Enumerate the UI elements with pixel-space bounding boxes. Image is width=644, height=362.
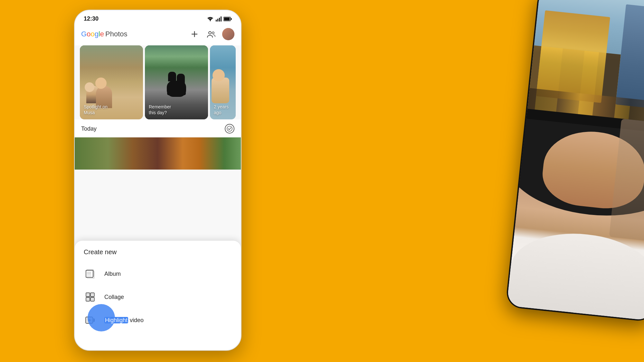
today-label: Today	[81, 125, 97, 132]
phone-left: 12:30	[74, 10, 242, 351]
svg-point-10	[209, 32, 211, 34]
bottom-sheet: Create new Album	[75, 241, 241, 350]
wifi-icon	[207, 16, 214, 22]
album-menu-item[interactable]: Album	[84, 262, 232, 285]
card-3-label: 2 years ago	[214, 104, 236, 116]
svg-rect-1	[216, 20, 217, 22]
sheet-title: Create new	[84, 248, 232, 256]
status-icons	[207, 16, 232, 22]
svg-rect-21	[90, 293, 94, 297]
album-icon-svg	[85, 269, 95, 279]
svg-rect-18	[87, 275, 89, 276]
photo-strip	[75, 137, 241, 170]
status-bar: 12:30	[75, 10, 241, 25]
svg-rect-7	[231, 18, 232, 20]
today-section: Today	[75, 119, 241, 137]
check-circle[interactable]	[225, 124, 234, 134]
highlight-video-label: HighlightHighlight video video	[104, 317, 144, 323]
svg-point-12	[227, 126, 232, 131]
checkmark-icon	[227, 126, 232, 132]
photos-text: Photos	[105, 30, 128, 38]
user-avatar[interactable]	[222, 28, 234, 40]
status-time: 12:30	[84, 15, 99, 22]
svg-rect-4	[221, 16, 222, 22]
card-1-label: Spotlight on Musa	[84, 104, 108, 116]
collage-label: Collage	[104, 294, 124, 301]
svg-rect-23	[90, 297, 94, 301]
highlight-video-menu-item[interactable]: HighlightHighlight video video	[84, 309, 232, 332]
plus-icon	[191, 30, 198, 38]
battery-icon	[223, 17, 232, 21]
svg-rect-19	[89, 275, 91, 276]
svg-rect-6	[224, 17, 230, 20]
person-face	[507, 109, 644, 321]
collage-icon	[84, 291, 97, 303]
people-icon	[207, 30, 216, 38]
add-button[interactable]	[189, 28, 200, 40]
people-button[interactable]	[205, 28, 217, 40]
header-actions	[189, 28, 234, 40]
svg-point-0	[210, 20, 211, 21]
svg-rect-3	[219, 18, 220, 22]
photo-card-2[interactable]: Remember this day?	[145, 45, 208, 119]
svg-rect-20	[86, 293, 90, 297]
google-photos-logo: Google Photos	[81, 30, 128, 38]
svg-rect-22	[86, 297, 90, 301]
svg-rect-17	[87, 272, 91, 275]
album-label: Album	[104, 271, 121, 277]
photo-card-3[interactable]: 2 years ago	[210, 45, 236, 119]
app-header: Google Photos	[75, 25, 241, 45]
photo-card-1[interactable]: Spotlight on Musa	[80, 45, 143, 119]
signal-icon	[216, 16, 222, 22]
photo-cards-row: Spotlight on Musa	[75, 45, 241, 119]
card-2-label: Remember this day?	[149, 104, 171, 116]
collage-icon-svg	[85, 292, 95, 302]
album-icon	[84, 267, 97, 280]
svg-rect-2	[217, 19, 218, 22]
svg-point-11	[212, 32, 214, 34]
